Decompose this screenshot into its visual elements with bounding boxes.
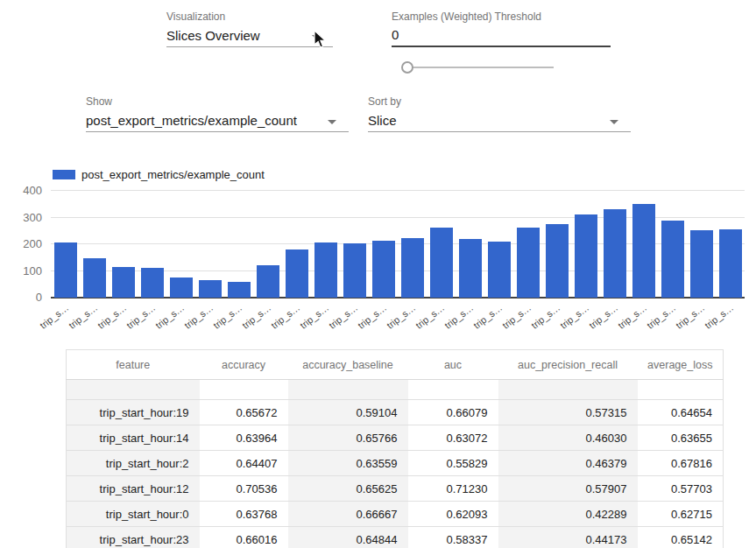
table-filter-cell[interactable] [288, 380, 408, 400]
bar[interactable] [141, 268, 164, 298]
table-row[interactable]: trip_start_hour:140.639640.657660.630720… [67, 425, 724, 451]
bar[interactable] [690, 230, 713, 298]
table-row[interactable]: trip_start_hour:230.660160.648440.583370… [67, 527, 724, 548]
slider-knob[interactable] [401, 61, 413, 74]
table-cell[interactable]: 0.63768 [200, 502, 288, 527]
table-cell[interactable]: 0.67816 [638, 451, 724, 476]
legend-swatch [53, 170, 75, 179]
sort-by-select[interactable]: Slice [368, 113, 631, 132]
table-cell[interactable]: 0.66667 [288, 502, 408, 527]
table-cell[interactable]: 0.66079 [408, 400, 498, 425]
column-header-auc_precision_recall[interactable]: auc_precision_recall [498, 350, 638, 380]
table-cell[interactable]: 0.65766 [288, 425, 408, 451]
bar[interactable] [343, 243, 366, 298]
table-cell[interactable]: 0.71230 [408, 476, 498, 502]
table-filter-cell[interactable] [638, 380, 724, 400]
bar[interactable] [517, 228, 540, 298]
table-cell[interactable]: trip_start_hour:23 [67, 527, 200, 548]
bar[interactable] [604, 209, 626, 298]
bar[interactable] [430, 228, 453, 298]
bar[interactable] [170, 278, 193, 298]
y-tick-label: 400 [0, 184, 42, 197]
column-header-accuracy[interactable]: accuracy [200, 350, 288, 380]
table-cell[interactable]: 0.42289 [498, 502, 638, 527]
table-cell[interactable]: trip_start_hour:12 [67, 476, 200, 502]
table-cell[interactable]: trip_start_hour:2 [67, 451, 200, 476]
table-filter-cell[interactable] [200, 380, 288, 400]
bar[interactable] [575, 214, 597, 298]
threshold-value: 0 [392, 27, 399, 42]
y-tick-label: 0 [0, 291, 42, 304]
column-header-feature[interactable]: feature [67, 350, 200, 380]
bar[interactable] [401, 238, 424, 298]
table-filter-cell[interactable] [498, 380, 638, 400]
bar[interactable] [257, 265, 279, 299]
threshold-slider[interactable] [403, 60, 554, 74]
table-cell[interactable]: 0.58337 [408, 527, 498, 548]
table-cell[interactable]: 0.63655 [638, 425, 724, 451]
bar[interactable] [228, 282, 251, 298]
table-cell[interactable]: 0.65142 [638, 527, 724, 548]
table-cell[interactable]: trip_start_hour:14 [67, 425, 200, 451]
bar[interactable] [372, 241, 395, 298]
y-tick-label: 300 [0, 211, 42, 224]
column-header-average_loss[interactable]: average_loss [638, 350, 724, 380]
bar[interactable] [199, 280, 222, 298]
bar[interactable] [286, 249, 308, 298]
bar[interactable] [314, 242, 337, 298]
column-header-auc[interactable]: auc [408, 350, 498, 380]
table-cell[interactable]: 0.57907 [498, 476, 638, 502]
table-row[interactable]: trip_start_hour:190.656720.591040.660790… [67, 400, 724, 425]
bar[interactable] [83, 258, 106, 298]
visualization-label: Visualization [166, 11, 225, 23]
table-cell[interactable]: 0.46379 [498, 451, 638, 476]
table-cell[interactable]: 0.63964 [200, 425, 288, 451]
gridline [51, 190, 745, 191]
threshold-input[interactable]: 0 [392, 27, 611, 47]
table-cell[interactable]: 0.55829 [408, 451, 498, 476]
table-cell[interactable]: 0.57315 [498, 400, 638, 425]
table-cell[interactable]: trip_start_hour:0 [67, 502, 200, 527]
table-row[interactable]: trip_start_hour:120.705360.656250.712300… [67, 476, 724, 502]
table-cell[interactable]: 0.46030 [498, 425, 638, 451]
visualization-select[interactable]: Slices Overview [166, 28, 333, 47]
table-cell[interactable]: 0.65672 [200, 400, 288, 425]
table-filter-cell[interactable] [67, 380, 200, 400]
table-cell[interactable]: 0.64654 [638, 400, 724, 425]
sort-by-value: Slice [368, 113, 397, 128]
table-cell[interactable]: 0.44173 [498, 527, 638, 548]
table-row[interactable]: trip_start_hour:00.637680.666670.620930.… [67, 502, 724, 527]
table-cell[interactable]: trip_start_hour:19 [67, 400, 200, 425]
show-select[interactable]: post_export_metrics/example_count [86, 113, 349, 132]
bar[interactable] [488, 242, 511, 298]
legend-label: post_export_metrics/example_count [81, 168, 265, 181]
table-cell[interactable]: 0.64844 [288, 527, 408, 548]
chevron-down-icon [610, 120, 618, 124]
table-cell[interactable]: 0.63559 [288, 451, 408, 476]
table-cell[interactable]: 0.70536 [200, 476, 288, 502]
bar[interactable] [112, 267, 135, 298]
table-cell[interactable]: 0.59104 [288, 400, 408, 425]
bar[interactable] [661, 221, 684, 298]
table-cell[interactable]: 0.62715 [638, 502, 724, 527]
bar[interactable] [632, 204, 655, 298]
bar[interactable] [719, 229, 742, 298]
show-label: Show [86, 95, 112, 108]
table-cell[interactable]: 0.65625 [288, 476, 408, 502]
column-header-accuracy_baseline[interactable]: accuracy_baseline [288, 350, 408, 380]
visualization-value: Slices Overview [166, 28, 260, 43]
table-cell[interactable]: 0.64407 [200, 451, 288, 476]
table-cell[interactable]: 0.57703 [638, 476, 724, 502]
bar[interactable] [54, 242, 77, 298]
bar[interactable] [546, 224, 569, 298]
threshold-label: Examples (Weighted) Threshold [392, 11, 541, 23]
table-cell[interactable]: 0.62093 [408, 502, 498, 527]
table-filter-cell[interactable] [408, 380, 498, 400]
table-cell[interactable]: 0.66016 [200, 527, 288, 548]
bar[interactable] [459, 239, 482, 298]
slider-track[interactable] [403, 67, 554, 68]
table-cell[interactable]: 0.63072 [408, 425, 498, 451]
table-row[interactable]: trip_start_hour:20.644070.635590.558290.… [67, 451, 724, 476]
mouse-cursor-icon [312, 30, 328, 49]
table-header-row: featureaccuracyaccuracy_baselineaucauc_p… [67, 350, 724, 380]
